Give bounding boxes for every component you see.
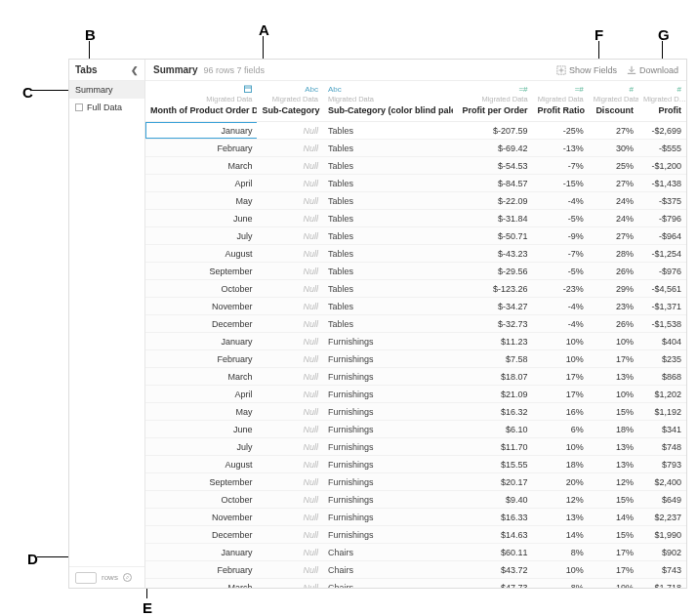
cell: Tables xyxy=(323,140,453,157)
cell: Furnishings xyxy=(323,491,453,509)
cell: Tables xyxy=(323,175,453,192)
table-row[interactable]: DecemberNullTables$-32.73-4%26%-$1,538 xyxy=(145,315,686,333)
table-row[interactable]: OctoberNullFurnishings$9.4012%15%$649 xyxy=(145,491,686,509)
callout-G: G xyxy=(658,26,670,43)
table-row[interactable]: JanuaryNullTables$-207.59-25%27%-$2,699 xyxy=(145,122,686,140)
column-header[interactable]: #Migrated DataDiscount xyxy=(589,81,638,122)
column-header[interactable]: =#Migrated DataProfit Ratio xyxy=(533,81,589,122)
cell: Furnishings xyxy=(323,509,453,526)
cell: 26% xyxy=(589,263,638,280)
cell: 28% xyxy=(589,245,638,263)
cell: 18% xyxy=(589,421,638,438)
cell: 8% xyxy=(533,544,589,561)
table-row[interactable]: OctoberNullTables$-123.26-23%29%-$4,561 xyxy=(145,280,686,298)
table-row[interactable]: MarchNullChairs$47.738%19%$1,718 xyxy=(145,579,686,589)
column-header[interactable]: AbcMigrated DataSub-Category xyxy=(257,81,322,122)
cell: 10% xyxy=(589,333,638,350)
column-header[interactable]: =#Migrated DataProfit per Order xyxy=(453,81,533,122)
table-row[interactable]: SeptemberNullTables$-29.56-5%26%-$976 xyxy=(145,263,686,280)
table-row[interactable]: MayNullFurnishings$16.3216%15%$1,192 xyxy=(145,403,686,421)
column-label: Discount xyxy=(594,105,634,115)
cell: December xyxy=(145,526,257,544)
cell: $902 xyxy=(638,544,686,561)
page-title: Summary xyxy=(153,64,198,75)
cell: April xyxy=(145,175,257,192)
cell: July xyxy=(145,438,257,456)
table-row[interactable]: JulyNullFurnishings$11.7010%13%$748 xyxy=(145,438,686,456)
table-row[interactable]: FebruaryNullChairs$43.7210%17%$743 xyxy=(145,561,686,579)
table-row[interactable]: AugustNullFurnishings$15.5518%13%$793 xyxy=(145,456,686,473)
tab-full-data[interactable]: Full Data xyxy=(69,99,144,116)
callout-G-arrow xyxy=(662,41,663,59)
cell: $9.40 xyxy=(453,491,533,509)
column-header[interactable]: AbcMigrated DataSub-Category (color blin… xyxy=(323,81,453,122)
cell: -4% xyxy=(533,192,589,210)
cell: 17% xyxy=(589,350,638,368)
cell: 17% xyxy=(533,386,589,403)
cell: 27% xyxy=(589,122,638,140)
table-row[interactable]: AugustNullTables$-43.23-7%28%-$1,254 xyxy=(145,245,686,263)
cell: $-32.73 xyxy=(453,315,533,333)
cell: 6% xyxy=(533,421,589,438)
cell: Null xyxy=(257,315,322,333)
cell: Furnishings xyxy=(323,526,453,544)
cell: -$1,254 xyxy=(638,245,686,263)
column-header[interactable]: #Migrated D…Profit xyxy=(638,81,686,122)
cell: $1,192 xyxy=(638,403,686,421)
table-row[interactable]: DecemberNullFurnishings$14.6314%15%$1,99… xyxy=(145,526,686,544)
sidebar-title: Tabs xyxy=(75,64,98,75)
cell: $-34.27 xyxy=(453,298,533,315)
number-icon: # xyxy=(594,85,634,93)
cell: $43.72 xyxy=(453,561,533,579)
table-row[interactable]: MarchNullTables$-54.53-7%25%-$1,200 xyxy=(145,157,686,175)
table-row[interactable]: MayNullTables$-22.09-4%24%-$375 xyxy=(145,192,686,210)
cell: $16.33 xyxy=(453,509,533,526)
cell: Null xyxy=(257,403,322,421)
cell: April xyxy=(145,386,257,403)
callout-D: D xyxy=(27,551,38,567)
callout-F-arrow xyxy=(598,41,599,59)
table-row[interactable]: FebruaryNullFurnishings$7.5810%17%$235 xyxy=(145,350,686,368)
table-row[interactable]: JulyNullTables$-50.71-9%27%-$964 xyxy=(145,227,686,245)
data-grid-scroll[interactable]: Migrated DataMonth of Product Order Date… xyxy=(145,81,686,588)
table-row[interactable]: JuneNullTables$-31.84-5%24%-$796 xyxy=(145,210,686,227)
table-row[interactable]: NovemberNullFurnishings$16.3313%14%$2,23… xyxy=(145,509,686,526)
cell: -9% xyxy=(533,227,589,245)
callout-C-arrow xyxy=(32,90,68,91)
cell: January xyxy=(145,544,257,561)
cell: -7% xyxy=(533,245,589,263)
tab-summary[interactable]: Summary xyxy=(69,81,144,99)
cell: Null xyxy=(257,333,322,350)
cell: Tables xyxy=(323,192,453,210)
table-row[interactable]: MarchNullFurnishings$18.0717%13%$868 xyxy=(145,368,686,386)
rows-input[interactable] xyxy=(75,572,97,584)
cell: -13% xyxy=(533,140,589,157)
download-button[interactable]: Download xyxy=(627,65,678,75)
cell: $2,400 xyxy=(638,473,686,491)
gear-icon[interactable] xyxy=(123,573,132,582)
table-row[interactable]: NovemberNullTables$-34.27-4%23%-$1,371 xyxy=(145,298,686,315)
table-row[interactable]: FebruaryNullTables$-69.42-13%30%-$555 xyxy=(145,140,686,157)
column-header[interactable]: Migrated DataMonth of Product Order Date xyxy=(145,81,257,122)
show-fields-button[interactable]: Show Fields xyxy=(556,65,617,75)
cell: 30% xyxy=(589,140,638,157)
cell: -$964 xyxy=(638,227,686,245)
table-row[interactable]: JuneNullFurnishings$6.106%18%$341 xyxy=(145,421,686,438)
cell: $743 xyxy=(638,561,686,579)
cell: Furnishings xyxy=(323,438,453,456)
column-label: Month of Product Order Date xyxy=(150,105,252,115)
table-row[interactable]: AprilNullTables$-84.57-15%27%-$1,438 xyxy=(145,175,686,192)
table-row[interactable]: JanuaryNullFurnishings$11.2310%10%$404 xyxy=(145,333,686,350)
column-source: Migrated Data xyxy=(458,95,528,103)
svg-rect-3 xyxy=(245,86,252,93)
collapse-sidebar-icon[interactable]: ❮ xyxy=(131,65,139,75)
cell: 24% xyxy=(589,192,638,210)
cell: $793 xyxy=(638,456,686,473)
table-row[interactable]: AprilNullFurnishings$21.0917%10%$1,202 xyxy=(145,386,686,403)
cell: Furnishings xyxy=(323,333,453,350)
table-row[interactable]: SeptemberNullFurnishings$20.1720%12%$2,4… xyxy=(145,473,686,491)
table-row[interactable]: JanuaryNullChairs$60.118%17%$902 xyxy=(145,544,686,561)
cell: March xyxy=(145,368,257,386)
cell: Null xyxy=(257,192,322,210)
cell: Null xyxy=(257,263,322,280)
